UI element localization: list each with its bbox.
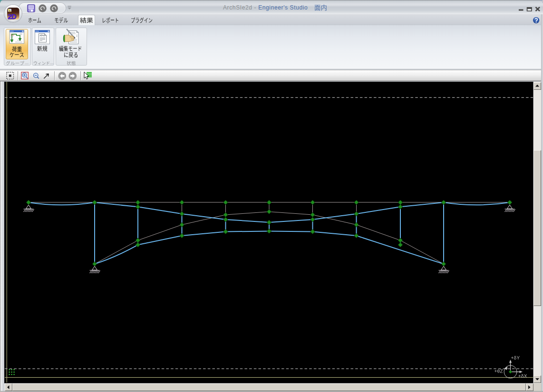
svg-text:2D: 2D: [8, 12, 17, 20]
